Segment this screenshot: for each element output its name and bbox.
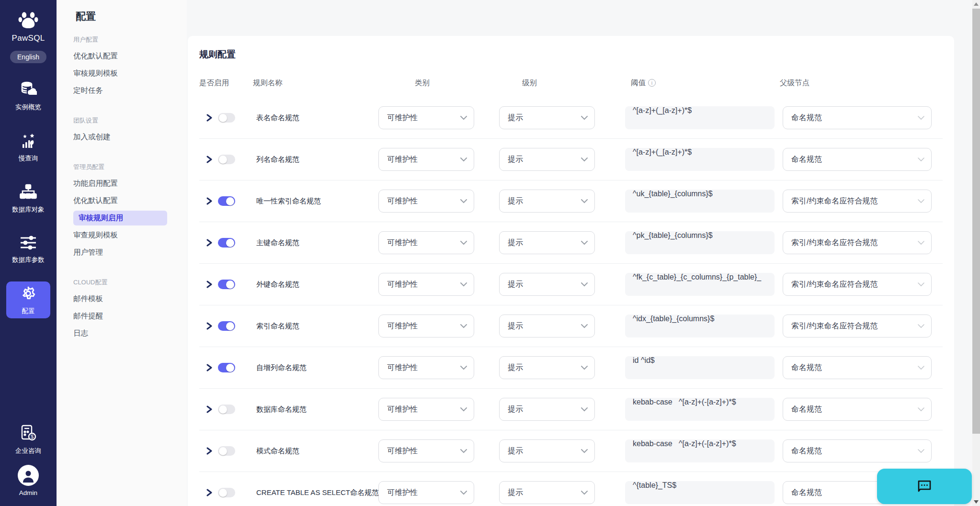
enable-toggle[interactable] [218, 280, 235, 289]
brand: PawSQL [12, 11, 45, 43]
table-header: 是否启用 规则名称 类别 级别 阈值i 父级节点 [199, 69, 943, 97]
category-select[interactable]: 可维护性 [378, 481, 474, 504]
enable-toggle[interactable] [218, 488, 235, 497]
threshold-input[interactable]: ^uk_{table}_{columns}$ [625, 190, 775, 213]
chat-bubble-icon [917, 480, 932, 493]
sidebar-item-optimize-defaults[interactable]: 优化默认配置 [73, 49, 167, 64]
threshold-input[interactable]: ^[a-z]+(_[a-z]+)*$ [625, 148, 775, 171]
threshold-input[interactable]: ^fk_{c_table}_{c_columns}_{p_table}_ [625, 273, 775, 296]
category-select[interactable]: 可维护性 [378, 439, 474, 462]
parent-node-select[interactable]: 命名规范 [783, 106, 932, 129]
category-select[interactable]: 可维护性 [378, 231, 474, 254]
expand-chevron-icon[interactable] [205, 155, 214, 164]
sidebar-item-instances[interactable]: 实例概览 [6, 78, 50, 114]
threshold-input[interactable]: kebab-case ^[a-z]+(-[a-z]+)*$ [625, 398, 775, 421]
chevron-down-icon [918, 241, 924, 245]
sidebar-item-optimize-defaults-admin[interactable]: 优化默认配置 [73, 193, 167, 208]
category-select[interactable]: 可维护性 [378, 273, 474, 296]
expand-chevron-icon[interactable] [205, 488, 214, 497]
parent-node-select[interactable]: 索引/约束命名应符合规范 [783, 231, 932, 254]
category-select[interactable]: 可维护性 [378, 356, 474, 379]
language-toggle-button[interactable]: English [10, 51, 46, 63]
level-select[interactable]: 提示 [499, 439, 595, 462]
chevron-down-icon [460, 241, 467, 245]
expand-chevron-icon[interactable] [205, 447, 214, 455]
expand-chevron-icon[interactable] [205, 197, 214, 205]
expand-chevron-icon[interactable] [205, 280, 214, 289]
level-select[interactable]: 提示 [499, 190, 595, 213]
parent-node-select[interactable]: 命名规范 [783, 398, 932, 421]
category-select[interactable]: 可维护性 [378, 190, 474, 213]
category-select[interactable]: 可维护性 [378, 315, 474, 337]
sidebar-item-db-params[interactable]: 数据库参数 [6, 231, 50, 267]
sidebar-item-feature-enable[interactable]: 功能启用配置 [73, 176, 167, 191]
expand-chevron-icon[interactable] [205, 322, 214, 330]
scroll-up-arrow-icon[interactable] [974, 2, 979, 6]
scrollbar-thumb[interactable] [972, 9, 980, 434]
expand-chevron-icon[interactable] [205, 113, 214, 122]
level-select[interactable]: 提示 [499, 398, 595, 421]
threshold-input[interactable]: ^pk_{table}_{columns}$ [625, 231, 775, 254]
sidebar-item-review-rule-template[interactable]: 审查规则模板 [73, 228, 167, 243]
info-icon[interactable]: i [648, 79, 656, 87]
sidebar-item-audit-rules-enable[interactable]: 审核规则启用 [73, 211, 167, 225]
parent-node-select[interactable]: 命名规范 [783, 356, 932, 379]
sidebar-item-email-template[interactable]: 邮件模板 [73, 292, 167, 306]
gears-chart-icon [20, 133, 37, 151]
chat-support-button[interactable] [877, 469, 972, 504]
level-select[interactable]: 提示 [499, 148, 595, 171]
enable-toggle[interactable] [218, 113, 235, 123]
category-select[interactable]: 可维护性 [378, 106, 474, 129]
sitemap-icon [20, 184, 37, 202]
sidebar-item-join-or-create[interactable]: 加入或创建 [73, 130, 167, 145]
level-select[interactable]: 提示 [499, 481, 595, 504]
chevron-down-icon [918, 116, 924, 120]
enable-toggle[interactable] [218, 196, 235, 206]
sidebar-item-user-management[interactable]: 用户管理 [73, 245, 167, 260]
enable-toggle[interactable] [218, 321, 235, 331]
sidebar-item-slow-query[interactable]: 慢查询 [6, 129, 50, 166]
category-select[interactable]: 可维护性 [378, 398, 474, 421]
threshold-input[interactable]: ^idx_{table}_{columns}$ [625, 315, 775, 337]
sidebar-item-enterprise[interactable]: $ 企业咨询 [6, 420, 50, 458]
expand-chevron-icon[interactable] [205, 363, 214, 372]
level-select[interactable]: 提示 [499, 231, 595, 254]
sidebar-item-logs[interactable]: 日志 [73, 326, 167, 341]
sidebar-item-scheduled-tasks[interactable]: 定时任务 [73, 83, 167, 98]
parent-node-select[interactable]: 索引/约束命名应符合规范 [783, 315, 932, 337]
parent-node-select[interactable]: 命名规范 [783, 439, 932, 462]
enable-toggle[interactable] [218, 238, 235, 247]
level-select[interactable]: 提示 [499, 315, 595, 337]
threshold-input[interactable]: id ^id$ [625, 356, 775, 379]
vertical-scrollbar[interactable] [972, 0, 980, 506]
sidebar-item-email-reminder[interactable]: 邮件提醒 [73, 309, 167, 324]
threshold-input[interactable]: ^{table}_TS$ [625, 481, 775, 504]
parent-node-select[interactable]: 索引/约束命名应符合规范 [783, 190, 932, 213]
enable-toggle[interactable] [218, 446, 235, 456]
sidebar-item-db-objects[interactable]: 数据库对象 [6, 180, 50, 217]
col-header-parent: 父级节点 [780, 78, 809, 88]
expand-chevron-icon[interactable] [205, 238, 214, 247]
rule-name: 唯一性索引命名规范 [256, 197, 378, 206]
chevron-down-icon [460, 116, 467, 120]
level-select[interactable]: 提示 [499, 356, 595, 379]
sidebar-item-config[interactable]: 配置 [6, 281, 50, 318]
expand-chevron-icon[interactable] [205, 405, 214, 414]
scroll-down-arrow-icon[interactable] [974, 500, 979, 504]
sidebar-item-audit-rule-template[interactable]: 审核规则模板 [73, 66, 167, 81]
threshold-input[interactable]: ^[a-z]+(_[a-z]+)*$ [625, 106, 775, 129]
level-select[interactable]: 提示 [499, 106, 595, 129]
enable-toggle[interactable] [218, 155, 235, 164]
paw-logo-icon [18, 11, 38, 31]
threshold-input[interactable]: kebab-case ^[a-z]+(-[a-z]+)*$ [625, 439, 775, 462]
level-select[interactable]: 提示 [499, 273, 595, 296]
category-select[interactable]: 可维护性 [378, 148, 474, 171]
enable-toggle[interactable] [218, 405, 235, 414]
sidebar-item-admin[interactable]: Admin [6, 461, 50, 499]
enable-toggle[interactable] [218, 363, 235, 372]
gear-icon [20, 285, 36, 304]
parent-node-select[interactable]: 命名规范 [783, 148, 932, 171]
toggle-knob [219, 114, 227, 122]
parent-node-select[interactable]: 索引/约束命名应符合规范 [783, 273, 932, 296]
table-row: 模式命名规范 可维护性 提示 kebab-case ^[a-z]+(-[a-z]… [199, 430, 943, 472]
